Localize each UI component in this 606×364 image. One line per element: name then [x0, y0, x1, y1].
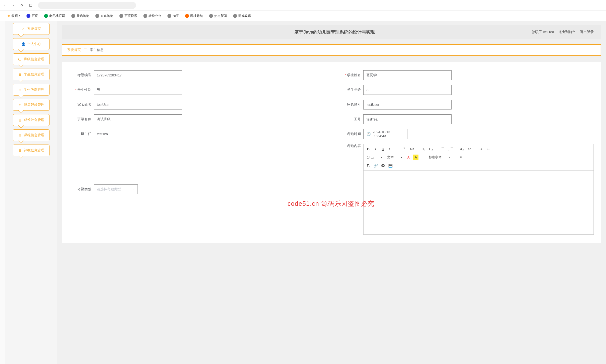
user-role: 教职工 testTea	[532, 30, 554, 34]
home-icon: ⌂	[21, 27, 25, 31]
class-name-input[interactable]	[94, 114, 182, 124]
sidebar-item-growth[interactable]: ▤ 成长计划管理	[13, 114, 50, 126]
breadcrumb-separator-icon: ☰	[84, 48, 87, 52]
bold-button[interactable]: B	[365, 146, 371, 152]
class-name-label: 班级名称	[69, 117, 91, 121]
strike-button[interactable]: S	[388, 146, 393, 152]
font-size-select[interactable]: 14px	[365, 156, 384, 159]
quote-button[interactable]: ❞	[402, 146, 407, 152]
h2-button[interactable]: H₂	[428, 146, 434, 152]
text-color-button[interactable]: A	[406, 155, 411, 160]
form-panel: 考勤编号 学生姓名 学生性别 学生年龄 家长姓名	[62, 62, 601, 243]
baidu-icon	[27, 14, 30, 18]
image-button[interactable]: 🖼	[380, 163, 386, 168]
sidebar-item-label: 成长计划管理	[24, 118, 44, 122]
bookmark-jd[interactable]: 京东购物	[95, 14, 113, 18]
outdent-button[interactable]: ⇤	[486, 146, 491, 152]
bg-color-button[interactable]: A	[413, 155, 418, 160]
work-no-label: 工号	[339, 117, 361, 121]
bookmark-taobao[interactable]: 淘宝	[167, 14, 179, 18]
forward-button[interactable]: ›	[11, 3, 16, 8]
save-button[interactable]: 💾	[388, 163, 393, 168]
subscript-button[interactable]: X₂	[459, 146, 465, 152]
link-button[interactable]: 🔗	[373, 163, 378, 168]
editor-body[interactable]	[364, 171, 593, 234]
url-bar[interactable]	[38, 2, 136, 9]
bookmark-laomaotao[interactable]: 老毛桃官网	[44, 14, 65, 18]
sidebar-item-label: 个人中心	[27, 42, 41, 46]
app-title: 基于Java的幼儿园管理系统的设计与实现	[138, 29, 532, 35]
home-button[interactable]: ☐	[28, 3, 33, 8]
exit-front-link[interactable]: 退出到前台	[558, 30, 576, 34]
head-teacher-label: 班主任	[69, 132, 91, 136]
parent-account-label: 家长账号	[339, 102, 361, 107]
back-button[interactable]: ‹	[2, 3, 7, 8]
attendance-time-input[interactable]: 🕐 2024-10-13 09:34:43	[363, 129, 407, 139]
work-no-input[interactable]	[363, 114, 452, 124]
list-icon: ☰	[18, 73, 22, 77]
bookmark-baidusearch[interactable]: 百度搜索	[119, 14, 137, 18]
attendance-type-label: 考勤类型	[69, 187, 91, 192]
attendance-type-select[interactable]: 请选择考勤类型 ▾	[94, 184, 138, 194]
bookmark-nav[interactable]: 网址导航	[185, 14, 203, 18]
student-age-input[interactable]	[363, 85, 452, 95]
italic-button[interactable]: I	[373, 146, 378, 152]
sidebar-item-attendance[interactable]: ▦ 学生考勤管理	[13, 84, 50, 95]
globe-icon	[71, 14, 75, 18]
globe-icon	[119, 14, 123, 18]
sidebar-item-class-info[interactable]: 🖵 班级信息管理	[13, 53, 50, 65]
bookmark-game[interactable]: 游戏娱乐	[233, 14, 251, 18]
file-icon: ▤	[18, 118, 22, 122]
indent-button[interactable]: ⇥	[478, 146, 484, 152]
main-content: 基于Java的幼儿园管理系统的设计与实现 教职工 testTea 退出到前台 退…	[57, 21, 606, 364]
nav-icon	[185, 14, 189, 18]
refresh-button[interactable]: ⟳	[20, 3, 25, 8]
unordered-list-button[interactable]: ⋮☰	[447, 146, 453, 152]
h1-button[interactable]: H₁	[421, 146, 426, 152]
clear-format-button[interactable]: Tₓ	[365, 163, 371, 168]
globe-icon	[95, 14, 99, 18]
ordered-list-button[interactable]: ☰	[440, 146, 445, 152]
browser-toolbar: ‹ › ⟳ ☐	[0, 0, 606, 11]
font-family-select[interactable]: 标准字体	[427, 155, 452, 159]
head-teacher-input[interactable]	[94, 129, 182, 139]
superscript-button[interactable]: X²	[467, 146, 472, 152]
parent-account-input[interactable]	[363, 100, 452, 109]
attendance-no-label: 考勤编号	[69, 73, 91, 78]
chevron-down-icon: ▾	[133, 188, 135, 191]
parent-name-label: 家长姓名	[69, 102, 91, 107]
sidebar-item-label: 学生信息管理	[24, 72, 44, 77]
bookmark-qsoa[interactable]: 轻松办公	[143, 14, 161, 18]
sidebar-item-evaluation[interactable]: ▦ 评教信息管理	[13, 144, 50, 156]
bookmark-baidu[interactable]: 百度	[27, 14, 38, 18]
student-name-label: 学生姓名	[339, 73, 361, 78]
globe-icon	[44, 14, 48, 18]
bookmark-tmall[interactable]: 天猫购物	[71, 14, 89, 18]
underline-button[interactable]: U	[380, 146, 386, 152]
sidebar-item-home[interactable]: ⌂ 系统首页	[13, 23, 50, 35]
sidebar-item-profile[interactable]: 👤 个人中心	[13, 38, 50, 50]
sidebar-item-health[interactable]: ⚕ 健康记录管理	[13, 99, 50, 111]
student-name-input[interactable]	[363, 70, 452, 80]
code-button[interactable]: </>	[409, 146, 415, 152]
sidebar-item-course[interactable]: ▦ 课程信息管理	[13, 129, 50, 141]
health-icon: ⚕	[18, 103, 22, 107]
attendance-time-label: 考勤时间	[339, 132, 361, 136]
breadcrumb-home[interactable]: 系统首页	[67, 48, 81, 52]
sidebar-item-label: 班级信息管理	[24, 57, 44, 62]
bookmark-news[interactable]: 热点新闻	[209, 14, 227, 18]
parent-name-input[interactable]	[94, 100, 182, 109]
attendance-no-input[interactable]	[94, 70, 182, 80]
grid-icon: ▦	[18, 148, 22, 152]
sidebar-item-student-info[interactable]: ☰ 学生信息管理	[13, 69, 50, 80]
bookmark-favorites[interactable]: ★ 收藏 ▾	[7, 14, 20, 18]
breadcrumb: 系统首页 ☰ 学生信息	[62, 44, 601, 56]
star-icon: ★	[7, 14, 10, 18]
bookmarks-bar: ★ 收藏 ▾ 百度 老毛桃官网 天猫购物 京东购物 百度搜索 轻松办公 淘宝 网…	[0, 11, 606, 21]
align-button[interactable]: ≡	[458, 155, 463, 160]
globe-icon	[143, 14, 147, 18]
text-style-select[interactable]: 文本	[386, 155, 404, 159]
logout-link[interactable]: 退出登录	[580, 30, 594, 34]
screen-icon: 🖵	[18, 57, 22, 61]
student-gender-input[interactable]	[94, 85, 182, 95]
